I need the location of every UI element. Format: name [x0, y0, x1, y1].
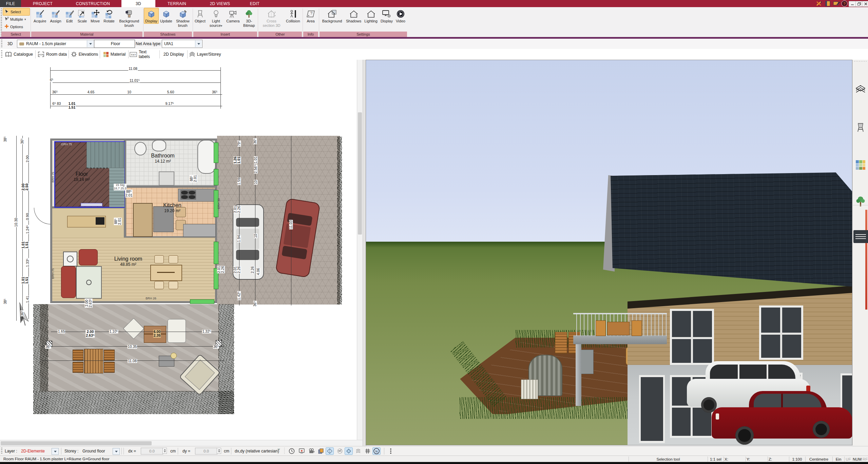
autosave-clock-icon[interactable]: [288, 447, 296, 455]
display-settings-button[interactable]: Display: [379, 8, 394, 24]
hatch-pattern-icon[interactable]: [336, 447, 344, 455]
plan-horizontal-scrollbar[interactable]: [0, 440, 363, 446]
fill-tool-icon[interactable]: [345, 447, 353, 455]
plan-vertical-scrollbar[interactable]: [357, 60, 363, 440]
dx-spinner[interactable]: [162, 448, 167, 454]
collision-button[interactable]: Collision: [285, 8, 302, 24]
tab-edit[interactable]: EDIT: [242, 0, 268, 7]
tab-construction-label: CONSTRUCTION: [76, 1, 110, 6]
tab-catalogue[interactable]: Catalogue: [3, 49, 35, 60]
room-selector-dropdown-icon[interactable]: [87, 40, 94, 47]
dy-spinner[interactable]: [217, 448, 221, 454]
close-button[interactable]: [862, 1, 868, 7]
coord-mode-dropdown-icon[interactable]: [277, 449, 280, 450]
tab-layer-storey[interactable]: Layer/Storey: [189, 49, 221, 60]
north-icon[interactable]: N: [372, 447, 381, 455]
storey-value[interactable]: Ground floor: [82, 449, 105, 453]
status-ein[interactable]: Ein: [833, 456, 844, 462]
floor-button[interactable]: Floor: [94, 40, 135, 48]
status-scale[interactable]: 1:100: [790, 456, 805, 462]
background-button[interactable]: Background: [320, 8, 344, 24]
lighting-button[interactable]: Lighting: [363, 8, 379, 24]
furniture-panel-icon[interactable]: [854, 122, 867, 134]
scrollbar-thumb[interactable]: [1, 441, 152, 445]
rotate-button[interactable]: Rotate: [102, 8, 116, 24]
dim-label: 2.00 2.50: [21, 183, 29, 191]
panel-expand-handle[interactable]: [853, 230, 868, 243]
options-button[interactable]: Options: [3, 23, 30, 30]
layers-icon: [189, 51, 195, 57]
status-unit[interactable]: Centimetre: [806, 456, 832, 462]
outdoor-cabinet: [159, 356, 174, 367]
tab-project[interactable]: PROJECT: [21, 0, 64, 7]
update-shadows-button[interactable]: Update: [159, 8, 173, 24]
light-source-button[interactable]: Light source▾: [207, 8, 225, 28]
door-dim-label: 88⁵ 2.01: [125, 190, 133, 198]
screen-capture-icon[interactable]: [298, 447, 306, 455]
dy-input[interactable]: 0.0: [195, 448, 217, 454]
coord-mode-value[interactable]: dx,dy (relative cartesian): [235, 449, 279, 453]
editor-icon[interactable]: [833, 1, 841, 8]
layer-copy-icon[interactable]: [317, 447, 325, 455]
contour-icon[interactable]: [354, 447, 362, 455]
background-house-icon: [327, 10, 337, 18]
storey-dropdown-icon[interactable]: [113, 448, 120, 455]
selection-handle[interactable]: [81, 203, 102, 206]
tab-elevations[interactable]: Elevations: [70, 49, 99, 60]
wood-chair: [73, 362, 83, 373]
layer-value[interactable]: 2D-Elemente: [21, 449, 45, 453]
area-button[interactable]: ?Area: [305, 8, 316, 24]
scrollbar-thumb[interactable]: [358, 112, 362, 235]
scale-button[interactable]: Scale: [76, 8, 89, 24]
tab-room-data[interactable]: ROOMRoom data: [37, 49, 68, 60]
video-button[interactable]: Video: [394, 8, 407, 24]
camera-button[interactable]: Camera: [225, 8, 241, 24]
net-area-selector[interactable]: UfA1: [162, 40, 202, 48]
net-area-dropdown-icon[interactable]: [195, 40, 202, 47]
materials-panel-icon[interactable]: [854, 159, 867, 171]
tab-3d[interactable]: 3D: [121, 0, 155, 7]
plants-panel-icon[interactable]: [854, 196, 867, 208]
shadow-brush-button[interactable]: Shadow brush: [174, 8, 192, 28]
grid-icon[interactable]: [364, 447, 372, 455]
object-button[interactable]: Object: [193, 8, 207, 24]
layer-dropdown-icon[interactable]: [52, 448, 59, 455]
car-red-3d[interactable]: [712, 390, 852, 445]
fold-tool-icon[interactable]: [326, 447, 334, 455]
tab-material[interactable]: Material: [101, 49, 128, 60]
tab-text-labels[interactable]: TXTText labels: [130, 49, 159, 60]
light-source-dropdown-icon[interactable]: ▾: [221, 24, 223, 27]
dim-label: 38⁵: [3, 136, 7, 142]
dim-label: 2.01 2.26: [233, 206, 241, 213]
assign-button[interactable]: Assign: [49, 8, 62, 24]
display-shadows-button[interactable]: Display: [144, 8, 159, 24]
shadows-settings-button[interactable]: Shadows: [345, 8, 363, 24]
notebook-icon[interactable]: [825, 1, 831, 8]
minimize-button[interactable]: [849, 1, 856, 7]
edit-button[interactable]: Edit: [64, 8, 75, 24]
tab-2d-views[interactable]: 2D VIEWS: [198, 0, 242, 7]
multiple-dropdown-icon[interactable]: ▾: [24, 18, 26, 21]
cross-section-3d-button[interactable]: Cross section 3D: [259, 8, 284, 28]
tab-construction[interactable]: CONSTRUCTION: [64, 0, 121, 7]
multiple-button[interactable]: Multiple ▾: [3, 16, 30, 23]
view-3d[interactable]: [366, 60, 852, 445]
background-brush-button[interactable]: Background brush: [117, 8, 141, 28]
plan-2d-view[interactable]: Floor18.14 m² Bathroom14.12 m² Kitchen19…: [0, 60, 363, 446]
group-label-info: Info: [303, 32, 318, 37]
tab-file[interactable]: FILE: [0, 0, 21, 7]
3d-bitmap-button[interactable]: 3D-Bitmap: [241, 8, 257, 28]
record-camera-icon[interactable]: [307, 447, 315, 455]
more-options-icon[interactable]: [387, 447, 395, 455]
dx-label: dx =: [128, 449, 136, 453]
tab-terrain[interactable]: TERRAIN: [155, 0, 198, 7]
layer-label: Layer :: [5, 449, 17, 453]
dx-input[interactable]: 0.0: [141, 448, 163, 454]
tools-icon[interactable]: [816, 1, 823, 8]
select-button[interactable]: Select: [3, 8, 30, 16]
room-selector[interactable]: RAUM - 1.5cm plaster: [17, 40, 94, 48]
move-button[interactable]: Move: [89, 8, 101, 24]
acquire-button[interactable]: Acquire: [32, 8, 47, 24]
layers-panel-icon[interactable]: [854, 83, 867, 96]
tab-2d-display[interactable]: 2D Display: [161, 49, 187, 60]
